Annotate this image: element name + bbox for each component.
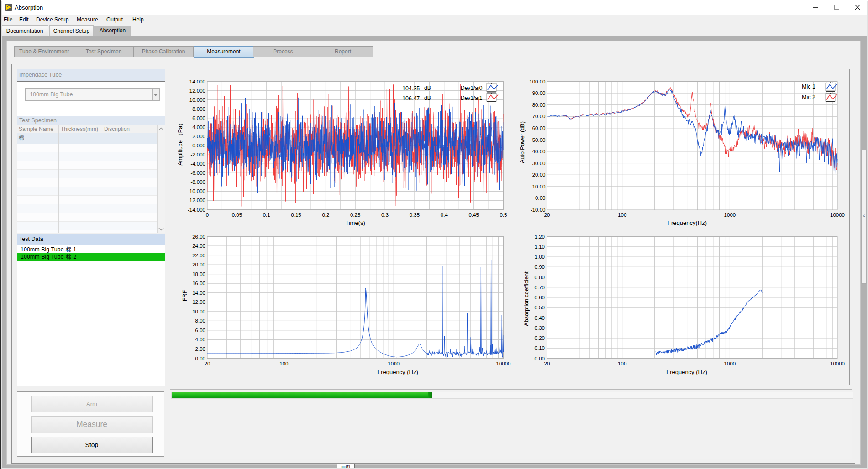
svg-text:dB: dB	[424, 95, 431, 101]
svg-text:Frequency (Hz): Frequency (Hz)	[377, 369, 418, 375]
svg-text:0.45: 0.45	[469, 212, 479, 218]
svg-text:Absorption coefficient: Absorption coefficient	[523, 271, 530, 326]
svg-text:1.00: 1.00	[535, 254, 545, 260]
svg-text:0.3: 0.3	[381, 212, 389, 218]
svg-text:-4.000: -4.000	[190, 161, 205, 167]
svg-text:20: 20	[544, 212, 550, 218]
svg-text:0.2: 0.2	[322, 212, 329, 218]
svg-text:70.00: 70.00	[532, 114, 546, 119]
svg-text:-10.00: -10.00	[531, 207, 546, 213]
svg-text:0.70: 0.70	[535, 285, 545, 290]
svg-text:6.000: 6.000	[192, 115, 205, 121]
svg-text:Frequency (Hz): Frequency (Hz)	[666, 369, 707, 375]
svg-text:0.00: 0.00	[535, 195, 545, 201]
svg-text:Mic 1: Mic 1	[802, 83, 815, 90]
svg-text:90.00: 90.00	[532, 90, 546, 96]
svg-text:2.000: 2.000	[192, 134, 205, 139]
svg-text:20.00: 20.00	[532, 172, 546, 177]
svg-text:Auto Power (dB): Auto Power (dB)	[519, 121, 526, 163]
svg-text:10.00: 10.00	[192, 309, 205, 314]
svg-text:22.00: 22.00	[192, 253, 205, 258]
svg-text:24.00: 24.00	[192, 243, 205, 249]
svg-text:18.00: 18.00	[192, 271, 205, 277]
svg-text:Dev1/ai1: Dev1/ai1	[461, 95, 483, 101]
svg-text:Amplitude （Pa）: Amplitude （Pa）	[177, 120, 184, 165]
svg-text:0.25: 0.25	[350, 212, 360, 218]
svg-text:0.05: 0.05	[232, 212, 242, 218]
svg-text:14.000: 14.000	[189, 79, 205, 84]
svg-text:0.35: 0.35	[410, 212, 420, 218]
svg-text:-6.000: -6.000	[190, 170, 205, 176]
svg-text:Time(s): Time(s)	[345, 219, 365, 226]
svg-text:0.00: 0.00	[195, 356, 205, 361]
svg-text:0.50: 0.50	[535, 305, 545, 310]
svg-text:100.00: 100.00	[529, 79, 545, 84]
svg-text:0.000: 0.000	[192, 143, 205, 148]
svg-text:14.00: 14.00	[192, 290, 205, 296]
svg-text:Frequency(Hz): Frequency(Hz)	[668, 219, 707, 226]
svg-text:0.20: 0.20	[535, 335, 545, 341]
svg-text:-2.000: -2.000	[190, 152, 205, 157]
svg-text:Mic 2: Mic 2	[802, 94, 815, 100]
svg-text:Dev1/ai0: Dev1/ai0	[461, 85, 483, 91]
svg-text:0.10: 0.10	[535, 345, 545, 351]
svg-text:60.00: 60.00	[532, 125, 546, 131]
svg-text:10000: 10000	[830, 212, 845, 218]
svg-text:1.10: 1.10	[535, 244, 545, 250]
svg-text:4.00: 4.00	[195, 337, 205, 342]
svg-text:20: 20	[544, 361, 550, 366]
svg-text:1000: 1000	[724, 361, 736, 366]
svg-text:10000: 10000	[496, 361, 511, 366]
svg-text:100: 100	[279, 361, 288, 366]
svg-text:-10.000: -10.000	[188, 188, 205, 194]
svg-text:0.4: 0.4	[441, 212, 448, 218]
svg-text:20.00: 20.00	[192, 262, 205, 267]
svg-text:1000: 1000	[724, 212, 736, 218]
svg-text:0: 0	[206, 212, 209, 218]
svg-text:-8.000: -8.000	[190, 179, 205, 185]
svg-text:16.00: 16.00	[192, 281, 205, 286]
svg-text:1.20: 1.20	[535, 234, 545, 240]
svg-text:2.00: 2.00	[195, 346, 205, 352]
svg-text:-14.000: -14.000	[188, 207, 205, 213]
svg-text:10.000: 10.000	[189, 97, 205, 103]
svg-text:80.00: 80.00	[532, 102, 546, 108]
svg-text:FRF: FRF	[182, 290, 188, 301]
svg-text:50.00: 50.00	[532, 137, 546, 143]
svg-text:4.000: 4.000	[192, 125, 205, 130]
svg-text:12.00: 12.00	[192, 299, 205, 305]
svg-text:100: 100	[618, 212, 626, 218]
svg-text:0.15: 0.15	[291, 212, 301, 218]
svg-text:0.90: 0.90	[535, 264, 545, 270]
svg-text:12.000: 12.000	[189, 88, 205, 94]
svg-text:20: 20	[205, 361, 210, 366]
svg-text:1000: 1000	[388, 361, 400, 366]
svg-text:26.00: 26.00	[192, 234, 205, 240]
svg-text:100: 100	[618, 361, 626, 366]
svg-text:40.00: 40.00	[532, 149, 546, 154]
svg-text:0.00: 0.00	[535, 356, 545, 361]
svg-text:0.30: 0.30	[535, 325, 545, 331]
svg-text:104.35: 104.35	[402, 85, 420, 92]
svg-text:30.00: 30.00	[532, 161, 546, 166]
svg-text:8.000: 8.000	[192, 106, 205, 112]
svg-text:0.60: 0.60	[535, 295, 545, 300]
svg-text:-12.000: -12.000	[188, 198, 205, 203]
svg-text:0.40: 0.40	[535, 315, 545, 321]
svg-text:0.80: 0.80	[535, 275, 545, 280]
svg-text:10000: 10000	[830, 361, 845, 366]
svg-text:106.47: 106.47	[402, 95, 420, 102]
svg-text:10.00: 10.00	[532, 184, 546, 189]
svg-text:0.5: 0.5	[500, 212, 507, 218]
svg-text:dB: dB	[424, 85, 431, 91]
svg-text:0.1: 0.1	[263, 212, 270, 218]
svg-text:6.00: 6.00	[195, 328, 205, 333]
svg-text:8.00: 8.00	[195, 318, 205, 323]
